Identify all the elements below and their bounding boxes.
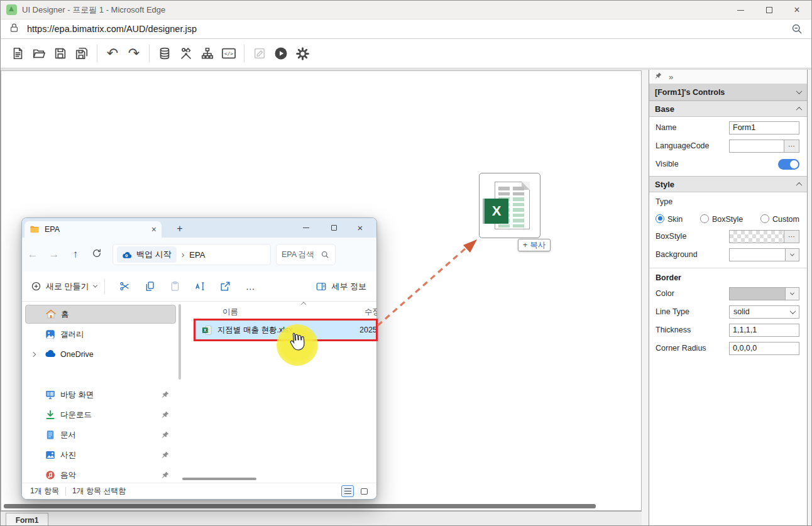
- breadcrumb-backup-pill[interactable]: 백업 시작: [117, 246, 177, 263]
- name-field[interactable]: [729, 121, 799, 134]
- sidebar-item-downloads[interactable]: 다운로드: [25, 405, 176, 424]
- app-logo-icon: [6, 4, 17, 15]
- save-all-button[interactable]: [72, 44, 91, 63]
- code-view-button[interactable]: </></>: [219, 44, 238, 63]
- run-button[interactable]: [272, 44, 290, 63]
- url-text[interactable]: https://epa.bimatrix.com/AUD/designer.js…: [27, 24, 197, 34]
- thumbnail-view-button[interactable]: [358, 485, 370, 497]
- pin-icon: [161, 471, 170, 479]
- tools-button[interactable]: [177, 44, 195, 63]
- sidebar-scrollbar[interactable]: [178, 304, 181, 380]
- zoom-out-icon[interactable]: [791, 23, 804, 38]
- search-box[interactable]: EPA 검색: [276, 244, 336, 265]
- window-title: UI Designer - 프로필 1 - Microsoft Edge: [22, 4, 165, 16]
- edit-button: [250, 44, 269, 63]
- tab-form1[interactable]: Form1: [6, 513, 48, 526]
- rename-button[interactable]: [188, 280, 213, 292]
- minimize-button[interactable]: [727, 1, 754, 19]
- gallery-icon: [45, 329, 56, 340]
- new-item-button[interactable]: 새로 만들기: [31, 281, 97, 292]
- toolbar-separator: [149, 45, 150, 62]
- pin-icon: [161, 451, 170, 459]
- expand-chevron-icon[interactable]: [31, 352, 36, 357]
- explorer-status-bar: 1개 항목 1개 항목 선택함: [22, 483, 376, 499]
- linetype-select[interactable]: solid: [729, 305, 799, 319]
- paste-button: [163, 280, 188, 292]
- radio-boxstyle[interactable]: BoxStyle: [700, 214, 743, 224]
- pin-icon[interactable]: [654, 72, 662, 82]
- open-folder-button[interactable]: [30, 44, 48, 63]
- style-section-header[interactable]: Style: [649, 176, 807, 192]
- sidebar-item-desktop[interactable]: 바탕 화면: [25, 385, 176, 404]
- onedrive-icon: [45, 349, 56, 360]
- sidebar-item-pictures[interactable]: 사진: [25, 446, 176, 464]
- sidebar-item-home[interactable]: 홈: [25, 305, 176, 324]
- thickness-field[interactable]: [729, 324, 799, 337]
- boxstyle-swatch[interactable]: [729, 230, 784, 243]
- refresh-icon[interactable]: [86, 248, 107, 261]
- tab-close-icon[interactable]: ×: [151, 224, 156, 234]
- breadcrumb-folder[interactable]: EPA: [189, 250, 205, 260]
- visible-toggle[interactable]: [778, 159, 799, 170]
- close-button[interactable]: ×: [784, 1, 810, 19]
- url-bar[interactable]: https://epa.bimatrix.com/AUD/designer.js…: [1, 19, 811, 39]
- sidebar-item-gallery[interactable]: 갤러리: [25, 325, 176, 344]
- up-icon[interactable]: ↑: [65, 248, 86, 261]
- explorer-maximize-button[interactable]: [321, 218, 346, 237]
- share-button[interactable]: [213, 280, 238, 292]
- forward-icon: →: [43, 248, 65, 261]
- list-view-button[interactable]: [341, 485, 354, 497]
- column-name[interactable]: 이름: [222, 307, 238, 317]
- details-pane-button[interactable]: 세부 정보: [315, 281, 366, 292]
- pin-icon: [161, 430, 170, 439]
- radio-skin[interactable]: Skin: [656, 214, 683, 224]
- canvas-horizontal-scrollbar[interactable]: [4, 504, 596, 508]
- properties-panel: » [Form1]'s Controls Base Name LanguageC…: [649, 70, 808, 526]
- border-color-dropdown-button[interactable]: [786, 287, 799, 300]
- edge-window: UI Designer - 프로필 1 - Microsoft Edge × h…: [0, 0, 812, 526]
- redo-button[interactable]: ↷: [124, 44, 143, 63]
- file-list-horizontal-scrollbar[interactable]: [182, 478, 256, 480]
- cut-button[interactable]: [112, 280, 138, 292]
- lock-icon: [9, 22, 19, 36]
- svg-text:X: X: [204, 328, 207, 332]
- pictures-icon: [45, 449, 56, 461]
- languagecode-field[interactable]: [729, 140, 784, 153]
- radio-custom[interactable]: Custom: [760, 214, 799, 224]
- explorer-minimize-button[interactable]: [294, 218, 319, 237]
- base-section-header[interactable]: Base: [649, 101, 807, 117]
- save-button[interactable]: [51, 44, 70, 63]
- settings-gear-button[interactable]: [293, 44, 312, 63]
- languagecode-ellipsis-button[interactable]: ⋯: [784, 140, 799, 153]
- background-dropdown-button[interactable]: [786, 248, 799, 261]
- border-color-swatch[interactable]: [729, 287, 786, 300]
- dragged-excel-file[interactable]: X: [479, 173, 540, 238]
- titlebar: UI Designer - 프로필 1 - Microsoft Edge ×: [1, 1, 811, 19]
- sidebar-item-documents[interactable]: 문서: [25, 425, 176, 444]
- new-file-button[interactable]: [8, 44, 27, 63]
- collapse-panel-icon[interactable]: »: [669, 72, 674, 82]
- excel-file-icon: X: [202, 325, 212, 336]
- more-options-button[interactable]: …: [238, 281, 263, 292]
- breadcrumb[interactable]: 백업 시작 › EPA: [112, 244, 271, 265]
- new-tab-button[interactable]: +: [172, 221, 188, 237]
- sidebar-item-onedrive[interactable]: OneDrive: [25, 345, 176, 364]
- sidebar-item-music[interactable]: 음악: [25, 466, 176, 485]
- chevron-down-icon: [790, 308, 796, 314]
- copy-button[interactable]: [138, 280, 163, 292]
- background-swatch[interactable]: [729, 248, 786, 261]
- database-button[interactable]: [155, 44, 174, 63]
- file-modified-date: 2025: [359, 326, 377, 334]
- explorer-tab-epa[interactable]: EPA ×: [25, 221, 162, 238]
- undo-button[interactable]: ↶: [103, 44, 122, 63]
- column-modified[interactable]: 수정한 날짜: [365, 307, 377, 317]
- excel-x-logo: X: [485, 199, 508, 224]
- form-tab-bar: Form1: [1, 511, 642, 526]
- desktop-icon: [45, 389, 56, 400]
- boxstyle-ellipsis-button[interactable]: ⋯: [784, 230, 799, 243]
- hierarchy-button[interactable]: [198, 44, 217, 63]
- controls-pane-header[interactable]: [Form1]'s Controls: [649, 84, 807, 101]
- maximize-button[interactable]: [756, 1, 782, 19]
- explorer-close-button[interactable]: ×: [348, 218, 373, 237]
- corner-radius-field[interactable]: [729, 342, 799, 355]
